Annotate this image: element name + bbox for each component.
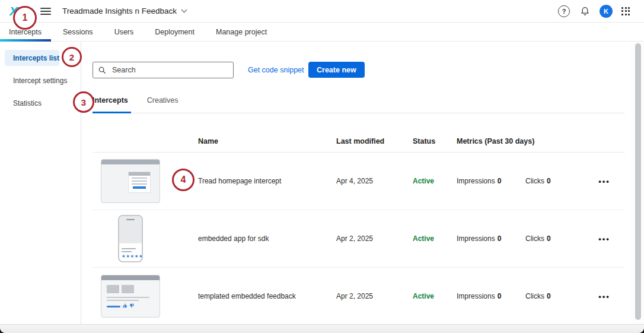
header-last-modified: Last modified <box>336 137 384 145</box>
get-code-snippet-link[interactable]: Get code snippet <box>248 66 304 74</box>
annotation-circle-4: 4 <box>172 169 195 191</box>
notifications-bell-icon[interactable] <box>579 5 591 17</box>
intercept-name[interactable]: templated embedded feedback <box>198 292 296 300</box>
content-tab-intercepts[interactable]: Intercepts <box>93 96 128 110</box>
impressions-metric: Impressions0 <box>457 234 501 243</box>
help-icon[interactable]: ? <box>558 5 570 17</box>
intercept-thumbnail-modal <box>100 159 161 203</box>
sidebar-item-intercepts-list[interactable]: Intercepts list <box>5 50 59 66</box>
header-name: Name <box>198 137 218 145</box>
table-row[interactable]: templated embedded feedback Apr 2, 2025 … <box>93 268 624 324</box>
scrollbar-track <box>631 42 644 324</box>
status-badge: Active <box>413 234 434 243</box>
annotation-circle-1: 1 <box>13 6 37 30</box>
row-options-menu-icon[interactable]: ••• <box>594 234 615 243</box>
sidebar-item-intercept-settings[interactable]: Intercept settings <box>5 72 59 88</box>
intercept-name[interactable]: embedded app for sdk <box>198 234 269 243</box>
thumb-up-icon <box>123 303 127 308</box>
row-options-menu-icon[interactable]: ••• <box>594 291 615 300</box>
annotation-circle-3: 3 <box>73 91 94 113</box>
intercept-thumbnail-feedback <box>100 275 161 318</box>
user-avatar[interactable]: K <box>600 5 613 18</box>
content-tabs: Intercepts Creatives <box>93 96 178 110</box>
clicks-metric: Clicks0 <box>525 234 551 243</box>
app-window: XM Treadmade Insights n Feedback ? K Int… <box>0 0 644 333</box>
last-modified-date: Apr 2, 2025 <box>336 292 373 300</box>
search-box[interactable] <box>93 62 234 78</box>
search-icon <box>98 66 106 74</box>
status-badge: Active <box>413 292 434 300</box>
project-nav-tabs: Intercepts Sessions Users Deployment Man… <box>0 23 644 42</box>
sidebar-item-statistics[interactable]: Statistics <box>5 95 59 111</box>
intercept-thumbnail-phone: ★★★★★ <box>100 215 161 262</box>
content-tab-creatives[interactable]: Creatives <box>147 96 178 110</box>
annotation-circle-2: 2 <box>62 47 82 67</box>
status-badge: Active <box>413 177 434 185</box>
search-input[interactable] <box>111 65 228 75</box>
intercept-name[interactable]: Tread homepage intercept <box>198 177 281 185</box>
table-header: Name Last modified Status Metrics (Past … <box>93 113 624 153</box>
hamburger-menu-icon[interactable] <box>40 8 51 15</box>
row-options-menu-icon[interactable]: ••• <box>594 177 615 186</box>
create-new-button[interactable]: Create new <box>308 62 365 78</box>
header-status: Status <box>413 137 435 145</box>
tab-users[interactable]: Users <box>114 28 134 36</box>
header-metrics: Metrics (Past 30 days) <box>457 137 534 145</box>
app-switcher-grid-icon[interactable] <box>621 7 630 15</box>
stars-rating-icon: ★★★★★ <box>122 254 139 259</box>
tab-deployment[interactable]: Deployment <box>155 28 195 36</box>
impressions-metric: Impressions0 <box>457 177 501 185</box>
project-switcher[interactable]: Treadmade Insights n Feedback <box>62 7 186 15</box>
window-bottom-frame <box>0 324 644 333</box>
clicks-metric: Clicks0 <box>525 292 551 300</box>
tab-sessions[interactable]: Sessions <box>63 28 93 36</box>
impressions-metric: Impressions0 <box>457 292 501 300</box>
last-modified-date: Apr 2, 2025 <box>336 234 373 243</box>
topbar-icons: ? K <box>558 5 630 18</box>
top-bar: XM Treadmade Insights n Feedback ? K <box>0 0 644 23</box>
thumb-down-icon <box>129 303 134 308</box>
tab-manage-project[interactable]: Manage project <box>216 28 267 36</box>
table-row[interactable]: ★★★★★ embedded app for sdk Apr 2, 2025 A… <box>93 210 624 268</box>
last-modified-date: Apr 4, 2025 <box>336 177 373 185</box>
main-content: Get code snippet Create new Intercepts C… <box>81 42 644 324</box>
project-title: Treadmade Insights n Feedback <box>62 7 177 15</box>
chevron-down-icon <box>181 7 187 13</box>
sidebar: Intercepts list Intercept settings Stati… <box>0 42 81 324</box>
scrollbar-thumb[interactable] <box>635 43 641 320</box>
clicks-metric: Clicks0 <box>525 177 551 185</box>
